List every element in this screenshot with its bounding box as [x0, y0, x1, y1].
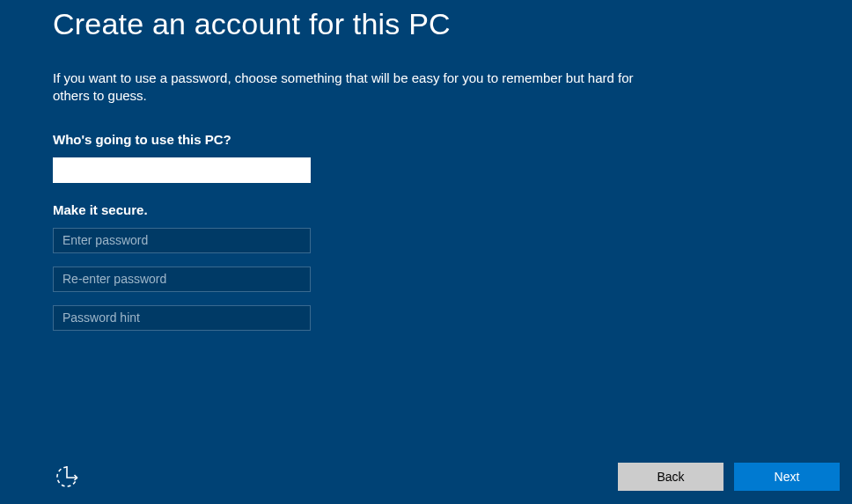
username-section-label: Who's going to use this PC?	[53, 132, 799, 147]
page-title: Create an account for this PC	[53, 7, 799, 41]
password-section-label: Make it secure.	[53, 202, 799, 217]
next-button[interactable]: Next	[734, 463, 840, 491]
page-description: If you want to use a password, choose so…	[53, 69, 634, 106]
username-input[interactable]	[53, 157, 311, 183]
back-button[interactable]: Back	[618, 463, 723, 491]
ease-of-access-icon[interactable]	[53, 463, 81, 491]
confirm-password-input[interactable]	[53, 267, 311, 292]
password-hint-input[interactable]	[53, 305, 311, 331]
password-input[interactable]	[53, 228, 311, 253]
